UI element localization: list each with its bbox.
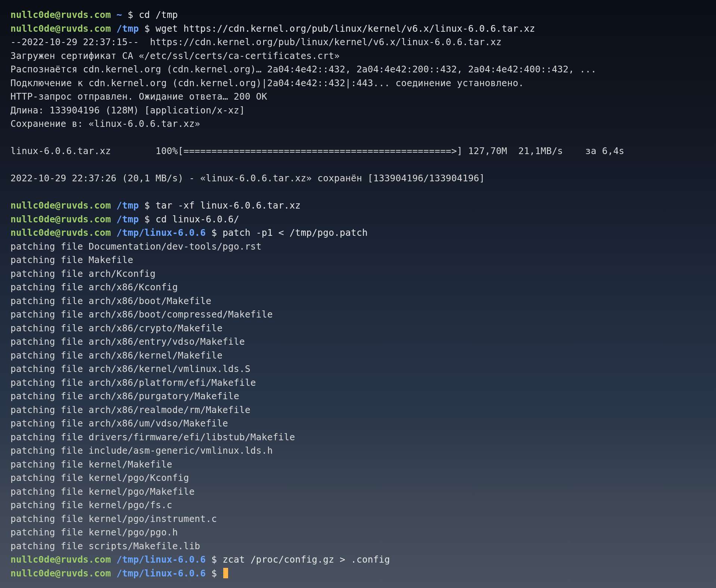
prompt-line: nullc0de@ruvds.com ~ $ cd /tmp (10, 9, 178, 20)
prompt-line: nullc0de@ruvds.com /tmp/linux-6.0.6 $ zc… (10, 554, 390, 565)
command-text: cd linux-6.0.6/ (156, 214, 239, 225)
output-line: patching file arch/x86/realmode/rm/Makef… (10, 404, 250, 415)
output-line: patching file Documentation/dev-tools/pg… (10, 241, 262, 252)
prompt-symbol: $ (144, 23, 150, 34)
command-text: cd /tmp (139, 9, 178, 20)
output-line: HTTP-запрос отправлен. Ожидание ответа… … (10, 91, 267, 102)
output-line: patching file kernel/pgo/Kconfig (10, 472, 189, 483)
output-line: patching file kernel/pgo/Makefile (10, 486, 194, 497)
output-line: patching file arch/x86/boot/Makefile (10, 295, 211, 306)
prompt-symbol: $ (211, 227, 217, 238)
output-line: patching file Makefile (10, 254, 133, 265)
output-line: patching file scripts/Makefile.lib (10, 541, 200, 551)
output-line: --2022-10-29 22:37:15-- https://cdn.kern… (10, 37, 502, 47)
prompt-symbol: $ (211, 554, 217, 565)
output-line: patching file kernel/pgo/instrument.c (10, 513, 217, 524)
output-line: patching file kernel/pgo/fs.c (10, 500, 172, 510)
prompt-path: /tmp (116, 200, 139, 211)
output-line: patching file drivers/firmware/efi/libst… (10, 432, 295, 442)
terminal-window[interactable]: nullc0de@ruvds.com ~ $ cd /tmp nullc0de@… (0, 0, 716, 588)
output-line: patching file arch/x86/um/vdso/Makefile (10, 418, 228, 429)
prompt-symbol: $ (128, 9, 133, 20)
output-line: 2022-10-29 22:37:26 (20,1 MB/s) - «linux… (10, 173, 485, 184)
output-line: patching file kernel/pgo/pgo.h (10, 527, 178, 538)
output-line: patching file arch/x86/entry/vdso/Makefi… (10, 336, 245, 347)
prompt-line: nullc0de@ruvds.com /tmp $ cd linux-6.0.6… (10, 214, 239, 225)
prompt-user: nullc0de@ruvds.com (10, 568, 111, 579)
prompt-user: nullc0de@ruvds.com (10, 200, 111, 211)
output-line: patching file arch/x86/crypto/Makefile (10, 323, 222, 334)
output-line: patching file arch/Kconfig (10, 268, 156, 279)
command-text: wget https://cdn.kernel.org/pub/linux/ke… (156, 23, 535, 34)
output-line: Распознаётся cdn.kernel.org (cdn.kernel.… (10, 64, 597, 75)
prompt-user: nullc0de@ruvds.com (10, 9, 111, 20)
prompt-path: /tmp (116, 23, 139, 34)
prompt-line: nullc0de@ruvds.com /tmp $ tar -xf linux-… (10, 200, 301, 211)
prompt-user: nullc0de@ruvds.com (10, 227, 111, 238)
output-line: linux-6.0.6.tar.xz 100%[================… (10, 146, 625, 156)
cursor-icon (223, 568, 228, 578)
output-line: patching file kernel/Makefile (10, 459, 172, 470)
command-text: zcat /proc/config.gz > .config (222, 554, 390, 565)
prompt-symbol: $ (211, 568, 217, 579)
prompt-symbol: $ (144, 214, 150, 225)
output-line: patching file arch/x86/platform/efi/Make… (10, 377, 256, 388)
output-line: Длина: 133904196 (128M) [application/x-x… (10, 105, 245, 116)
prompt-user: nullc0de@ruvds.com (10, 214, 111, 225)
prompt-path: /tmp/linux-6.0.6 (116, 227, 206, 238)
command-text: patch -p1 < /tmp/pgo.patch (222, 227, 368, 238)
output-line: patching file include/asm-generic/vmlinu… (10, 445, 273, 456)
command-text: tar -xf linux-6.0.6.tar.xz (156, 200, 301, 211)
prompt-path: /tmp/linux-6.0.6 (116, 554, 206, 565)
prompt-user: nullc0de@ruvds.com (10, 23, 111, 34)
output-line: patching file arch/x86/kernel/vmlinux.ld… (10, 363, 250, 374)
prompt-symbol: $ (144, 200, 150, 211)
output-line: patching file arch/x86/Kconfig (10, 282, 178, 293)
prompt-line[interactable]: nullc0de@ruvds.com /tmp/linux-6.0.6 $ (10, 568, 228, 579)
prompt-path: /tmp/linux-6.0.6 (116, 568, 206, 579)
output-line: Сохранение в: «linux-6.0.6.tar.xz» (10, 118, 200, 129)
output-line: patching file arch/x86/kernel/Makefile (10, 350, 222, 361)
output-line: patching file arch/x86/boot/compressed/M… (10, 309, 273, 320)
prompt-line: nullc0de@ruvds.com /tmp $ wget https://c… (10, 23, 535, 34)
output-line: Загружен сертификат CA «/etc/ssl/certs/c… (10, 50, 340, 61)
prompt-user: nullc0de@ruvds.com (10, 554, 111, 565)
prompt-path: /tmp (116, 214, 139, 225)
output-line: patching file arch/x86/purgatory/Makefil… (10, 391, 239, 401)
prompt-path: ~ (116, 9, 122, 20)
output-line: Подключение к cdn.kernel.org (cdn.kernel… (10, 78, 524, 88)
prompt-line: nullc0de@ruvds.com /tmp/linux-6.0.6 $ pa… (10, 227, 368, 238)
